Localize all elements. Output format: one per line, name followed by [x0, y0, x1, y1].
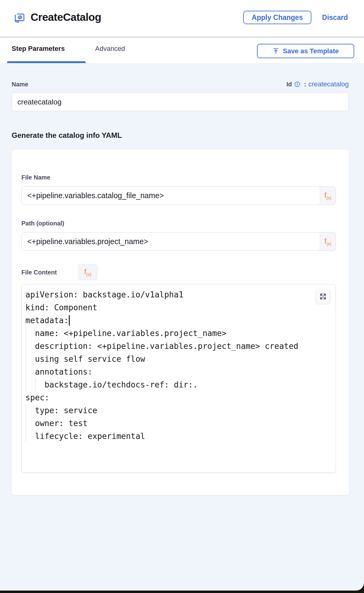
path-input-group: f(x) [21, 232, 336, 251]
code-line: using self service flow [25, 353, 333, 365]
indent-guide [26, 404, 26, 443]
file-name-expression-toggle[interactable]: f(x) [320, 187, 336, 205]
panel-header: CreateCatalog Apply Changes Discard [0, 0, 364, 37]
fullscreen-expand-icon [319, 293, 327, 300]
tab-advanced[interactable]: Advanced [95, 45, 125, 53]
page-title: CreateCatalog [31, 11, 101, 23]
path-label: Path (optional) [21, 220, 64, 227]
info-icon[interactable] [294, 81, 301, 88]
name-row: Name Id : createcatalog [12, 79, 349, 89]
file-content-label: File Content [21, 269, 57, 276]
code-line: annotations: [25, 365, 333, 378]
file-content-expression-toggle[interactable]: f(x) [78, 264, 97, 280]
code-line: spec: [25, 391, 333, 404]
code-line: description: <+pipeline.variables.projec… [25, 340, 333, 353]
path-expression-toggle[interactable]: f(x) [320, 232, 336, 251]
discard-button[interactable]: Discard [321, 13, 349, 22]
code-line: type: service [25, 404, 333, 417]
code-line: kind: Component [25, 301, 333, 314]
file-name-input[interactable] [22, 187, 320, 205]
save-as-template-label: Save as Template [283, 47, 339, 55]
fx-icon: f(x) [325, 191, 332, 200]
code-line: lifecycle: experimental [25, 430, 333, 443]
code-lines: apiVersion: backstage.io/v1alpha1kind: C… [25, 288, 333, 443]
text-cursor [69, 315, 70, 326]
id-value[interactable]: createcatalog [308, 80, 349, 88]
step-parameters-card: File Name f(x) Path (optional) f(x) File… [12, 149, 349, 495]
indent-guide [26, 327, 26, 391]
code-line: apiVersion: backstage.io/v1alpha1 [25, 288, 333, 301]
fx-icon: f(x) [84, 267, 91, 277]
expand-editor-button[interactable] [316, 289, 330, 304]
run-script-step-icon [13, 12, 26, 25]
tab-bar: Step Parameters Advanced Save as Templat… [0, 37, 364, 63]
id-group: Id : createcatalog [286, 80, 349, 88]
code-line: metadata: [25, 314, 333, 327]
active-tab-indicator [7, 61, 86, 63]
upload-icon [272, 47, 280, 55]
path-input[interactable] [22, 232, 320, 251]
id-label: Id [286, 81, 292, 88]
step-config-panel: CreateCatalog Apply Changes Discard Step… [0, 0, 364, 591]
save-as-template-button[interactable]: Save as Template [257, 44, 354, 58]
section-heading: Generate the catalog info YAML [12, 131, 122, 140]
apply-changes-button[interactable]: Apply Changes [243, 11, 311, 24]
tab-step-parameters[interactable]: Step Parameters [12, 45, 65, 53]
file-name-label: File Name [21, 174, 50, 181]
id-colon: : [304, 81, 306, 88]
file-content-editor[interactable]: apiVersion: backstage.io/v1alpha1kind: C… [21, 284, 336, 473]
name-label: Name [12, 81, 28, 88]
code-line: owner: test [25, 417, 333, 430]
fx-icon: f(x) [325, 237, 332, 246]
code-line: name: <+pipeline.variables.project_name> [25, 327, 333, 340]
file-name-input-group: f(x) [21, 186, 336, 205]
code-line: backstage.io/techdocs-ref: dir:. [25, 378, 333, 391]
indent-guide [35, 378, 36, 391]
name-input[interactable] [12, 93, 349, 111]
